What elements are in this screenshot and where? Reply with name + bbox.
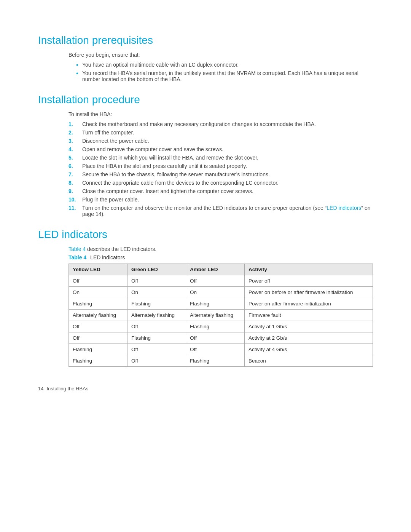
table-row: FlashingOffFlashingBeacon: [69, 355, 373, 367]
prerequisites-list: You have an optical multimode cable with…: [76, 62, 373, 82]
table-header-row: Yellow LED Green LED Amber LED Activity: [69, 264, 373, 275]
table-cell: Off: [186, 275, 244, 287]
table-cell: On: [127, 287, 186, 298]
led-indicators-table: Yellow LED Green LED Amber LED Activity …: [68, 264, 373, 367]
table-row: OffOffFlashingActivity at 1 Gb/s: [69, 321, 373, 332]
table-row: OffFlashingOffActivity at 2 Gb/s: [69, 332, 373, 344]
col-header-yellow: Yellow LED: [69, 264, 127, 275]
step-1: Check the motherboard and make any neces…: [68, 121, 373, 127]
table-cell: Flashing: [186, 321, 244, 332]
led-indicators-link[interactable]: LED indicators: [327, 205, 361, 211]
table-cell: Alternately flashing: [69, 310, 127, 321]
table-cell: Alternately flashing: [186, 310, 244, 321]
table-label: Table 4 LED indicators: [68, 254, 373, 260]
table-cell: Off: [186, 332, 244, 344]
table-cell: Flashing: [69, 355, 127, 367]
table-cell: Flashing: [127, 298, 186, 310]
table-row: OffOffOffPower off: [69, 275, 373, 287]
step-4: Open and remove the computer cover and s…: [68, 146, 373, 152]
col-header-green: Green LED: [127, 264, 186, 275]
table-num: Table 4: [68, 254, 86, 260]
table-cell: Activity at 2 Gb/s: [244, 332, 373, 344]
table-cell: Flashing: [127, 332, 186, 344]
step-8: Connect the appropriate cable from the d…: [68, 180, 373, 186]
table-cell: Off: [127, 355, 186, 367]
section2-intro: To install the HBA:: [68, 111, 373, 117]
table-cell: Activity at 4 Gb/s: [244, 344, 373, 355]
table-cell: Firmware fault: [244, 310, 373, 321]
step-6: Place the HBA in the slot and press care…: [68, 163, 373, 169]
table-row: FlashingFlashingFlashingPower on after f…: [69, 298, 373, 310]
step-3: Disconnect the power cable.: [68, 138, 373, 144]
table-cell: Off: [127, 275, 186, 287]
table-cell: Beacon: [244, 355, 373, 367]
table-cell: Flashing: [186, 298, 244, 310]
table-cell: Alternately flashing: [127, 310, 186, 321]
table-cell: Off: [69, 332, 127, 344]
table-caption: Table 4 describes the LED indicators.: [68, 246, 373, 252]
section1-intro: Before you begin, ensure that:: [68, 52, 373, 58]
table-caption-text: describes the LED indicators.: [86, 246, 156, 252]
list-item: You record the HBA’s serial number, in t…: [76, 70, 373, 82]
table-cell: Power on after firmware initialization: [244, 298, 373, 310]
installation-steps: Check the motherboard and make any neces…: [68, 121, 373, 217]
section3-title: LED indicators: [38, 228, 373, 241]
table-cell: Off: [127, 321, 186, 332]
table-cell: Flashing: [186, 355, 244, 367]
table-cell: Flashing: [69, 298, 127, 310]
step-5: Locate the slot in which you will instal…: [68, 155, 373, 161]
table-row: FlashingOffOffActivity at 4 Gb/s: [69, 344, 373, 355]
table-cell: Off: [186, 344, 244, 355]
table4-ref[interactable]: Table 4: [68, 246, 86, 252]
table-cell: Activity at 1 Gb/s: [244, 321, 373, 332]
table-cell: Off: [69, 275, 127, 287]
table-cell: On: [186, 287, 244, 298]
table-cell: Flashing: [69, 344, 127, 355]
table-cell: Power off: [244, 275, 373, 287]
step-10: Plug in the power cable.: [68, 197, 373, 203]
list-item: You have an optical multimode cable with…: [76, 62, 373, 68]
table-cell: On: [69, 287, 127, 298]
page-footer: 14 Installing the HBAs: [38, 382, 373, 391]
table-cell: Off: [69, 321, 127, 332]
col-header-amber: Amber LED: [186, 264, 244, 275]
step-11: Turn on the computer and observe the mon…: [68, 205, 373, 217]
section2-title: Installation procedure: [38, 94, 373, 106]
footer-text: Installing the HBAs: [46, 386, 88, 391]
step-7: Secure the HBA to the chassis, following…: [68, 171, 373, 177]
page-number: 14: [38, 386, 43, 391]
col-header-activity: Activity: [244, 264, 373, 275]
table-name: LED indicators: [90, 254, 125, 260]
table-row: Alternately flashingAlternately flashing…: [69, 310, 373, 321]
table-cell: Off: [127, 344, 186, 355]
table-cell: Power on before or after firmware initia…: [244, 287, 373, 298]
step-2: Turn off the computer.: [68, 129, 373, 136]
table-row: OnOnOnPower on before or after firmware …: [69, 287, 373, 298]
step-9: Close the computer cover. Insert and tig…: [68, 188, 373, 194]
section1-title: Installation prerequisites: [38, 34, 373, 46]
